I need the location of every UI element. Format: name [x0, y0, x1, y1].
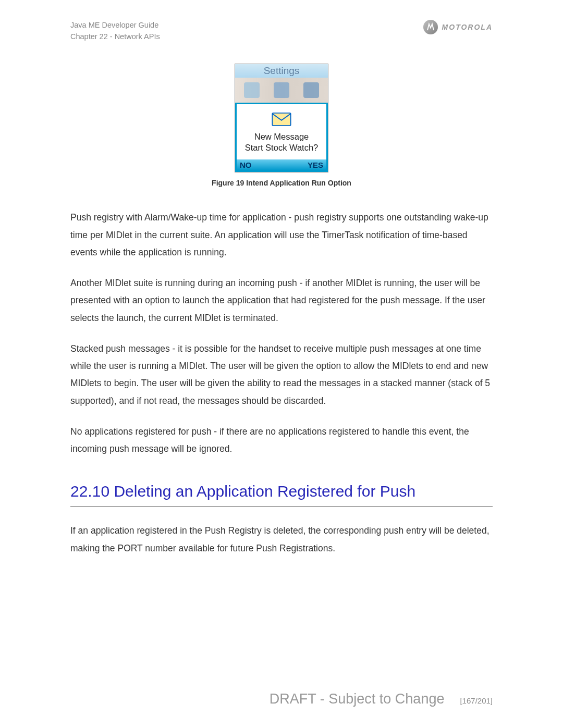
paragraph-1: Push registry with Alarm/Wake-up time fo… [70, 209, 493, 261]
paragraph-5: If an application registered in the Push… [70, 522, 493, 557]
guide-title: Java ME Developer Guide [70, 20, 160, 31]
draft-watermark: DRAFT - Subject to Change [270, 691, 445, 707]
dialog-buttons: NO YES [237, 159, 326, 170]
envelope-icon [237, 104, 326, 131]
paragraph-4: No applications registered for push - if… [70, 423, 493, 458]
page-footer: DRAFT - Subject to Change [167/201] [70, 691, 493, 707]
bg-icon [274, 82, 289, 98]
chapter-title: Chapter 22 - Network APIs [70, 31, 160, 43]
figure-caption: Figure 19 Intend Application Run Option [70, 179, 493, 187]
phone-title-bar: Settings [235, 64, 328, 78]
phone-dialog: New Message Start Stock Watch? NO YES [235, 103, 328, 172]
motorola-logo-icon [423, 20, 438, 34]
section-heading: 22.10 Deleting an Application Registered… [70, 479, 493, 507]
bg-icon [303, 82, 319, 98]
phone-screenshot: Settings New Message Start Stock Watch? … [235, 64, 328, 173]
header-left: Java ME Developer Guide Chapter 22 - Net… [70, 20, 160, 43]
svg-rect-0 [272, 113, 290, 125]
dialog-line1: New Message [237, 131, 326, 142]
page-header: Java ME Developer Guide Chapter 22 - Net… [70, 20, 493, 43]
bg-icon [244, 82, 260, 98]
page-number: [167/201] [460, 696, 493, 705]
header-right: MOTOROLA [423, 20, 493, 34]
yes-button[interactable]: YES [308, 161, 323, 169]
dialog-line2: Start Stock Watch? [237, 142, 326, 153]
paragraph-3: Stacked push messages - it is possible f… [70, 340, 493, 410]
dialog-message: New Message Start Stock Watch? [237, 131, 326, 160]
paragraph-2: Another MIDlet suite is running during a… [70, 275, 493, 327]
phone-background-icons [235, 78, 328, 103]
no-button[interactable]: NO [240, 161, 252, 169]
brand-text: MOTOROLA [442, 23, 493, 31]
